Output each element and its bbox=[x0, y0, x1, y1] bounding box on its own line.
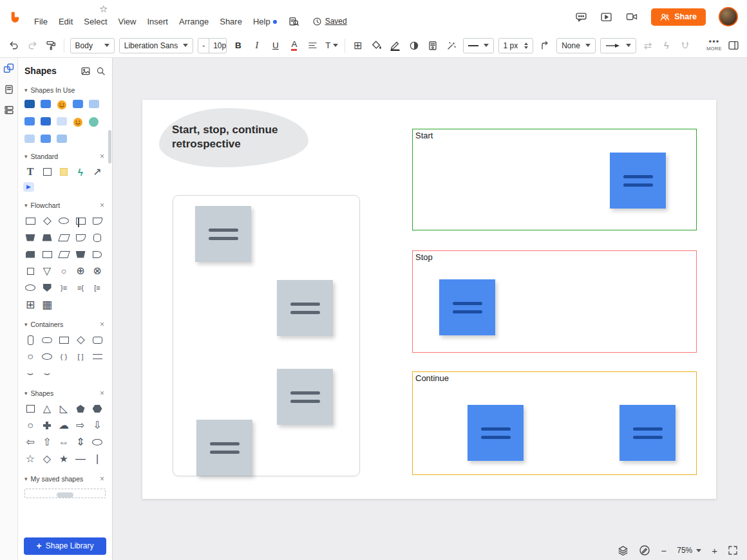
parallelogram-icon[interactable] bbox=[57, 231, 71, 244]
triangle-icon[interactable]: △ bbox=[40, 402, 54, 415]
menu-insert[interactable]: Insert bbox=[147, 15, 168, 28]
inverted-trapezoid-icon[interactable] bbox=[73, 248, 88, 261]
layers-icon[interactable] bbox=[618, 545, 629, 556]
text-options-button[interactable]: T bbox=[325, 38, 339, 53]
table-icon[interactable]: ⊞ bbox=[23, 298, 37, 311]
small-rect-icon[interactable] bbox=[23, 265, 37, 277]
zoom-out-button[interactable]: − bbox=[661, 545, 667, 556]
undo-button[interactable] bbox=[6, 38, 21, 53]
section-caret-icon[interactable]: ▾ bbox=[24, 390, 28, 397]
d-shape-icon[interactable] bbox=[90, 248, 104, 261]
circle-container-icon[interactable]: ○ bbox=[23, 350, 37, 363]
arc-container-2-icon[interactable]: ⌣ bbox=[40, 367, 54, 380]
cylinder-icon[interactable] bbox=[90, 231, 104, 244]
bevel-rect-icon[interactable] bbox=[40, 248, 54, 261]
arc-container-icon[interactable]: ⌣ bbox=[23, 367, 37, 380]
opacity-icon[interactable] bbox=[407, 38, 421, 53]
document-icon[interactable] bbox=[90, 214, 104, 227]
hexagon-icon[interactable] bbox=[90, 402, 104, 415]
horizontal-line-icon[interactable]: — bbox=[73, 453, 88, 465]
panel-scrollbar[interactable] bbox=[108, 130, 111, 163]
lightning-icon[interactable]: ϟ bbox=[73, 165, 88, 178]
saved-status[interactable]: Saved bbox=[312, 17, 347, 26]
play-icon[interactable]: ▶ bbox=[23, 182, 34, 192]
sticky-note-icon[interactable] bbox=[57, 165, 71, 178]
blue-sticky-note[interactable] bbox=[468, 405, 524, 461]
redo-button[interactable] bbox=[25, 38, 39, 53]
menu-view[interactable]: View bbox=[118, 15, 137, 28]
zoom-level-dropdown[interactable]: 75% bbox=[677, 546, 701, 555]
arrow-left-right-icon[interactable]: ⇔ bbox=[57, 436, 71, 449]
manual-operation-icon[interactable] bbox=[23, 231, 37, 244]
emoji-shape-chip[interactable] bbox=[73, 117, 83, 127]
avatar[interactable] bbox=[719, 7, 738, 26]
line-width-arrows[interactable] bbox=[524, 42, 528, 49]
curved-trapezoid-icon[interactable] bbox=[73, 231, 88, 244]
section-caret-icon[interactable]: ▾ bbox=[24, 87, 28, 93]
section-caret-icon[interactable]: ▾ bbox=[24, 202, 28, 209]
format-painter-icon[interactable] bbox=[44, 38, 58, 53]
emoji-shape-chip[interactable] bbox=[57, 100, 67, 110]
grid-icon[interactable]: ▦ bbox=[40, 298, 54, 311]
circle-shape-chip[interactable] bbox=[89, 117, 99, 127]
bracket-container-icon[interactable]: [ ] bbox=[73, 350, 88, 363]
arrow-end-dropdown[interactable] bbox=[600, 38, 636, 53]
brace-right-icon[interactable]: }≡ bbox=[57, 281, 71, 294]
close-section-icon[interactable]: × bbox=[99, 201, 106, 210]
shapes-panel-icon[interactable] bbox=[3, 63, 14, 74]
blue-sticky-note[interactable] bbox=[439, 279, 495, 335]
rounded-shape-chip[interactable] bbox=[73, 100, 83, 108]
oval-container-icon[interactable] bbox=[40, 350, 54, 363]
inverted-triangle-icon[interactable]: ▽ bbox=[40, 265, 54, 277]
shape-library-button[interactable]: + Shape Library bbox=[24, 537, 106, 555]
fill-color-icon[interactable] bbox=[370, 38, 384, 53]
annotation-pen-icon[interactable] bbox=[639, 545, 650, 556]
arrow-left-icon[interactable]: ⇦ bbox=[23, 436, 37, 449]
find-replace-icon[interactable] bbox=[288, 16, 299, 27]
share-button[interactable]: Share bbox=[651, 8, 706, 26]
line-shape-icon[interactable] bbox=[538, 38, 552, 53]
bracket-note-icon[interactable]: [≡ bbox=[90, 281, 104, 294]
menu-select[interactable]: Select bbox=[84, 15, 107, 28]
cloud-icon[interactable]: ☁ bbox=[57, 419, 71, 432]
pill-container-icon[interactable] bbox=[40, 333, 54, 346]
card-icon[interactable] bbox=[23, 248, 37, 261]
notes-icon[interactable] bbox=[426, 38, 440, 53]
circle-icon[interactable]: ○ bbox=[23, 419, 37, 432]
swap-arrow-icon[interactable]: ⇄ bbox=[641, 38, 655, 53]
quick-styles-icon[interactable]: ϟ bbox=[659, 38, 674, 53]
blue-sticky-note[interactable] bbox=[619, 405, 676, 461]
comments-icon[interactable] bbox=[575, 12, 587, 23]
process-icon[interactable] bbox=[23, 214, 37, 227]
parenthesis-container-icon[interactable]: ( ) bbox=[57, 350, 71, 363]
line-style-dropdown[interactable] bbox=[463, 38, 494, 53]
rounded-shape-chip[interactable] bbox=[57, 117, 67, 126]
rounded-shape-chip[interactable] bbox=[24, 100, 35, 108]
arrow-down-icon[interactable]: ⇩ bbox=[90, 419, 104, 432]
close-section-icon[interactable]: × bbox=[99, 389, 106, 398]
text-color-button[interactable]: A bbox=[287, 38, 301, 53]
arrow-up-icon[interactable]: ⇧ bbox=[40, 436, 54, 449]
section-caret-icon[interactable]: ▾ bbox=[24, 476, 28, 482]
saved-shapes-dropzone[interactable] bbox=[24, 489, 106, 498]
font-size-decrease[interactable]: - bbox=[198, 39, 209, 53]
blue-sticky-note[interactable] bbox=[610, 153, 666, 209]
swimlane-container-icon[interactable] bbox=[90, 350, 104, 363]
magnetize-icon[interactable] bbox=[678, 38, 692, 53]
or-junction-icon[interactable]: ⊕ bbox=[73, 265, 88, 277]
rounded-shape-chip[interactable] bbox=[41, 117, 51, 126]
menu-share[interactable]: Share bbox=[220, 15, 242, 28]
text-icon[interactable]: T bbox=[23, 165, 37, 178]
square-icon[interactable] bbox=[23, 402, 37, 415]
gray-sticky-note[interactable] bbox=[196, 420, 252, 476]
gray-sticky-note[interactable] bbox=[277, 280, 333, 336]
arrow-right-icon[interactable]: ⇨ bbox=[73, 419, 88, 432]
star-icon[interactable]: ☆ bbox=[23, 453, 37, 465]
present-icon[interactable] bbox=[600, 12, 612, 23]
underline-button[interactable]: U bbox=[269, 38, 283, 53]
document-panel-icon[interactable] bbox=[4, 84, 14, 95]
section-caret-icon[interactable]: ▾ bbox=[24, 153, 28, 160]
oval-small-icon[interactable] bbox=[23, 281, 37, 294]
snap-grid-icon[interactable]: ⊞ bbox=[351, 38, 365, 53]
menu-edit[interactable]: Edit bbox=[59, 15, 73, 28]
